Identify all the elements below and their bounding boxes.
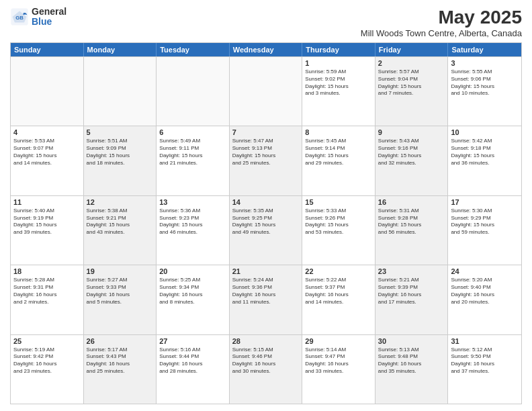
day-info: Sunrise: 5:22 AM Sunset: 9:37 PM Dayligh… [305,277,372,306]
day-number: 17 [451,198,519,206]
location-subtitle: Mill Woods Town Centre, Alberta, Canada [361,28,522,38]
cal-cell-14: 14Sunrise: 5:35 AM Sunset: 9:25 PM Dayli… [230,196,303,265]
cal-cell-2: 2Sunrise: 5:57 AM Sunset: 9:04 PM Daylig… [375,57,449,126]
day-info: Sunrise: 5:33 AM Sunset: 9:26 PM Dayligh… [305,208,372,236]
day-number: 12 [87,198,154,206]
day-info: Sunrise: 5:30 AM Sunset: 9:29 PM Dayligh… [451,208,519,236]
day-info: Sunrise: 5:53 AM Sunset: 9:07 PM Dayligh… [13,138,81,167]
day-number: 16 [378,198,445,206]
cal-cell-9: 9Sunrise: 5:43 AM Sunset: 9:16 PM Daylig… [375,126,449,195]
logo-text: General Blue [32,7,66,28]
cal-cell-21: 21Sunrise: 5:24 AM Sunset: 9:36 PM Dayli… [230,265,303,334]
header-cell-wednesday: Wednesday [230,43,303,56]
cal-cell-16: 16Sunrise: 5:31 AM Sunset: 9:28 PM Dayli… [375,196,449,265]
day-number: 3 [451,59,519,67]
day-info: Sunrise: 5:14 AM Sunset: 9:47 PM Dayligh… [305,347,372,375]
calendar-header: SundayMondayTuesdayWednesdayThursdayFrid… [11,43,521,56]
day-number: 8 [305,128,372,136]
day-number: 30 [378,337,445,345]
title-block: May 2025 Mill Woods Town Centre, Alberta… [361,7,522,38]
day-info: Sunrise: 5:13 AM Sunset: 9:48 PM Dayligh… [378,347,445,375]
day-info: Sunrise: 5:31 AM Sunset: 9:28 PM Dayligh… [378,208,445,236]
day-number: 20 [159,267,226,275]
day-number: 18 [13,267,81,275]
day-number: 28 [232,337,300,345]
header-cell-friday: Friday [375,43,449,56]
day-number: 7 [232,128,300,136]
calendar-row-5: 25Sunrise: 5:19 AM Sunset: 9:42 PM Dayli… [11,334,521,404]
day-info: Sunrise: 5:38 AM Sunset: 9:21 PM Dayligh… [87,208,154,236]
day-number: 26 [87,337,154,345]
day-number: 6 [159,128,226,136]
cal-cell-17: 17Sunrise: 5:30 AM Sunset: 9:29 PM Dayli… [448,196,521,265]
cal-cell-22: 22Sunrise: 5:22 AM Sunset: 9:37 PM Dayli… [302,265,375,334]
page: GB General Blue May 2025 Mill Woods Town… [0,0,532,411]
header-cell-tuesday: Tuesday [157,43,230,56]
header-cell-monday: Monday [84,43,157,56]
cal-cell-8: 8Sunrise: 5:45 AM Sunset: 9:14 PM Daylig… [302,126,375,195]
cal-cell-29: 29Sunrise: 5:14 AM Sunset: 9:47 PM Dayli… [302,335,375,404]
logo-blue-label: Blue [32,17,66,27]
cal-cell-4: 4Sunrise: 5:53 AM Sunset: 9:07 PM Daylig… [11,126,84,195]
cal-cell-25: 25Sunrise: 5:19 AM Sunset: 9:42 PM Dayli… [11,335,84,404]
day-info: Sunrise: 5:15 AM Sunset: 9:46 PM Dayligh… [232,347,300,375]
cal-cell-15: 15Sunrise: 5:33 AM Sunset: 9:26 PM Dayli… [302,196,375,265]
calendar-body: 1Sunrise: 5:59 AM Sunset: 9:02 PM Daylig… [11,56,521,404]
day-info: Sunrise: 5:21 AM Sunset: 9:39 PM Dayligh… [378,277,445,306]
cal-cell-27: 27Sunrise: 5:16 AM Sunset: 9:44 PM Dayli… [157,335,230,404]
cal-cell-7: 7Sunrise: 5:47 AM Sunset: 9:13 PM Daylig… [230,126,303,195]
day-info: Sunrise: 5:51 AM Sunset: 9:09 PM Dayligh… [87,138,154,167]
day-info: Sunrise: 5:40 AM Sunset: 9:19 PM Dayligh… [13,208,81,236]
header-cell-saturday: Saturday [448,43,521,56]
cal-cell-3: 3Sunrise: 5:55 AM Sunset: 9:06 PM Daylig… [448,57,521,126]
day-info: Sunrise: 5:25 AM Sunset: 9:34 PM Dayligh… [159,277,226,306]
day-number: 25 [13,337,81,345]
cal-cell-26: 26Sunrise: 5:17 AM Sunset: 9:43 PM Dayli… [84,335,157,404]
cal-cell-10: 10Sunrise: 5:42 AM Sunset: 9:18 PM Dayli… [448,126,521,195]
day-number: 11 [13,198,81,206]
day-number: 1 [305,59,372,67]
day-number: 23 [378,267,445,275]
month-year-title: May 2025 [361,7,522,28]
cal-cell-18: 18Sunrise: 5:28 AM Sunset: 9:31 PM Dayli… [11,265,84,334]
calendar-row-1: 1Sunrise: 5:59 AM Sunset: 9:02 PM Daylig… [11,56,521,126]
cal-cell-13: 13Sunrise: 5:36 AM Sunset: 9:23 PM Dayli… [157,196,230,265]
cal-cell-empty [11,57,84,126]
day-info: Sunrise: 5:17 AM Sunset: 9:43 PM Dayligh… [87,347,154,375]
cal-cell-6: 6Sunrise: 5:49 AM Sunset: 9:11 PM Daylig… [157,126,230,195]
day-info: Sunrise: 5:16 AM Sunset: 9:44 PM Dayligh… [159,347,226,375]
day-info: Sunrise: 5:28 AM Sunset: 9:31 PM Dayligh… [13,277,81,306]
cal-cell-20: 20Sunrise: 5:25 AM Sunset: 9:34 PM Dayli… [157,265,230,334]
header-cell-thursday: Thursday [302,43,375,56]
day-info: Sunrise: 5:49 AM Sunset: 9:11 PM Dayligh… [159,138,226,167]
logo-general-label: General [32,7,66,17]
logo: GB General Blue [10,7,66,28]
day-number: 29 [305,337,372,345]
day-number: 2 [378,59,445,67]
day-info: Sunrise: 5:42 AM Sunset: 9:18 PM Dayligh… [451,138,519,167]
day-info: Sunrise: 5:20 AM Sunset: 9:40 PM Dayligh… [451,277,519,306]
day-info: Sunrise: 5:45 AM Sunset: 9:14 PM Dayligh… [305,138,372,167]
day-number: 22 [305,267,372,275]
header-cell-sunday: Sunday [11,43,84,56]
cal-cell-19: 19Sunrise: 5:27 AM Sunset: 9:33 PM Dayli… [84,265,157,334]
cal-cell-30: 30Sunrise: 5:13 AM Sunset: 9:48 PM Dayli… [375,335,449,404]
cal-cell-empty [230,57,303,126]
calendar: SundayMondayTuesdayWednesdayThursdayFrid… [10,42,522,404]
day-number: 21 [232,267,300,275]
svg-text:GB: GB [15,15,24,21]
calendar-row-2: 4Sunrise: 5:53 AM Sunset: 9:07 PM Daylig… [11,126,521,195]
header: GB General Blue May 2025 Mill Woods Town… [10,7,522,38]
day-info: Sunrise: 5:57 AM Sunset: 9:04 PM Dayligh… [378,68,445,97]
day-number: 15 [305,198,372,206]
cal-cell-empty [84,57,157,126]
day-number: 27 [159,337,226,345]
day-number: 14 [232,198,300,206]
cal-cell-31: 31Sunrise: 5:12 AM Sunset: 9:50 PM Dayli… [448,335,521,404]
cal-cell-24: 24Sunrise: 5:20 AM Sunset: 9:40 PM Dayli… [448,265,521,334]
day-info: Sunrise: 5:59 AM Sunset: 9:02 PM Dayligh… [305,68,372,97]
day-info: Sunrise: 5:55 AM Sunset: 9:06 PM Dayligh… [451,68,519,97]
day-number: 4 [13,128,81,136]
cal-cell-empty [157,57,230,126]
day-info: Sunrise: 5:47 AM Sunset: 9:13 PM Dayligh… [232,138,300,167]
